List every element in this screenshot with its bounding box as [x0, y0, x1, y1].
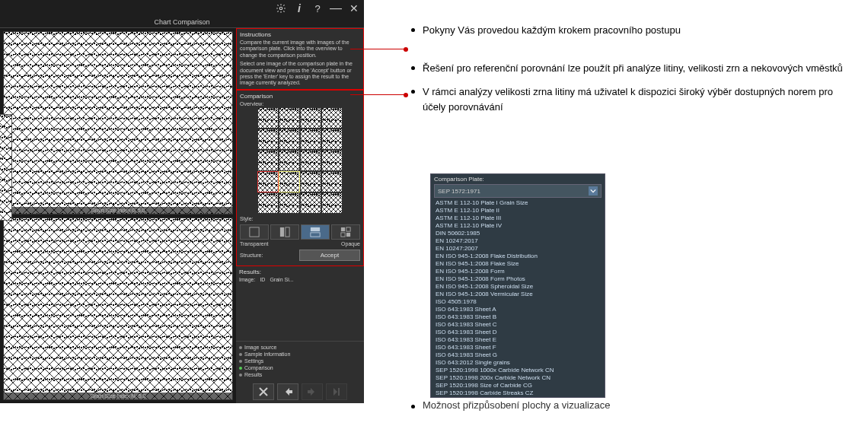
annotations: Pokyny Vás provedou každým krokem pracov…	[411, 23, 853, 123]
image-caption-1: Grain Size Index G 5.0	[4, 207, 232, 214]
forward-button[interactable]	[302, 383, 323, 400]
dropdown-item[interactable]: EN ISO 945-1:2008 Flake Size	[434, 260, 602, 268]
nav-results[interactable]: Results	[239, 371, 361, 378]
annotation-2: Řešení pro referenční porovnání lze použ…	[411, 61, 853, 76]
chevron-down-icon[interactable]	[589, 186, 598, 196]
plate-cell[interactable]	[258, 129, 278, 149]
svg-rect-3	[286, 227, 289, 237]
instructions-section: Instructions Compare the current image w…	[236, 28, 364, 90]
dropdown-item[interactable]: ASTM E 112-10 Plate III	[434, 215, 602, 222]
annotation-4: Možnost přizpůsobení plochy a vizualizac…	[411, 399, 853, 411]
plate-cell[interactable]	[322, 151, 342, 170]
dropdown-item[interactable]: ISO 643:2012 Single grains	[434, 359, 602, 367]
dropdown-item[interactable]: ASTM E 112-10 Plate I Grain Size	[434, 199, 602, 207]
dropdown-item[interactable]: ISO 643:1983 Sheet E	[434, 336, 602, 344]
app-body: Grain Size Index G 5.0 Grain Size Index …	[0, 28, 364, 403]
comparison-plate-grid[interactable]	[258, 108, 342, 213]
plate-cell[interactable]	[301, 172, 321, 192]
comparison-section: Comparison Overview:	[236, 90, 364, 266]
style-btn-3[interactable]	[301, 224, 330, 240]
image-caption-2: Grain Size Index Nr 5.0	[4, 393, 232, 399]
dropdown-item[interactable]: EN ISO 945-1:2008 Spheroidal Size	[434, 283, 602, 291]
svg-point-0	[279, 7, 282, 10]
plate-cell[interactable]	[279, 108, 299, 128]
help-icon[interactable]: ?	[312, 3, 323, 14]
plate-cell[interactable]	[322, 108, 342, 128]
nav-settings[interactable]: Settings	[239, 358, 361, 364]
info-icon[interactable]: i	[294, 3, 305, 14]
opacity-slider-row[interactable]: Transparent Opaque	[240, 241, 360, 246]
plate-cell-selected[interactable]	[258, 172, 278, 192]
dropdown-header: Comparison Plate:	[431, 174, 605, 184]
dropdown-item[interactable]: EN ISO 945-1:2008 Form Photos	[434, 275, 602, 283]
dropdown-selected[interactable]: SEP 1572:1971	[434, 184, 602, 198]
plate-cell[interactable]	[279, 129, 299, 149]
plate-cell[interactable]	[279, 193, 299, 213]
svg-rect-9	[346, 233, 350, 237]
style-btn-2[interactable]	[270, 224, 299, 240]
image-viewer: Grain Size Index G 5.0 Grain Size Index …	[0, 28, 236, 403]
dropdown-item[interactable]: ISO 643:1983 Sheet C	[434, 321, 602, 329]
forward-end-button[interactable]	[326, 383, 347, 400]
plate-cell[interactable]	[258, 151, 278, 170]
dropdown-item[interactable]: EN ISO 945-1:2008 Flake Distribution	[434, 253, 602, 260]
close-icon[interactable]: ✕	[349, 3, 359, 14]
dropdown-item[interactable]: ASTM E 112-10 Plate IV	[434, 222, 602, 230]
comparison-plate-dropdown: Comparison Plate: SEP 1572:1971 ASTM E 1…	[430, 173, 605, 398]
dropdown-selected-value: SEP 1572:1971	[438, 188, 480, 195]
dropdown-item[interactable]: ISO 643:1983 Sheet F	[434, 344, 602, 351]
leader-2	[350, 94, 405, 95]
plate-cell[interactable]	[301, 193, 321, 213]
titlebar: i ? — ✕	[0, 0, 364, 17]
dropdown-item[interactable]: SEP 1520:1998 Carbide Streaks CZ	[434, 389, 602, 397]
style-btn-4[interactable]	[331, 224, 360, 240]
minimize-icon[interactable]: —	[330, 3, 341, 14]
plate-cell[interactable]	[279, 151, 299, 170]
dropdown-item[interactable]: ISO 643:1983 Sheet D	[434, 329, 602, 336]
dropdown-item[interactable]: EN ISO 945-1:2008 Vermicular Size	[434, 291, 602, 298]
cancel-button[interactable]	[253, 383, 274, 400]
image-frame-2[interactable]: Grain Size Index Nr 5.0	[3, 218, 233, 401]
svg-rect-2	[280, 227, 284, 237]
dropdown-item[interactable]: EN 10247:2007	[434, 245, 602, 253]
back-button[interactable]	[277, 383, 298, 400]
results-id-label: ID	[260, 277, 265, 282]
dropdown-item[interactable]: SEP 1520:1998 Size of Carbide CG	[434, 382, 602, 389]
dropdown-item[interactable]: EN 10247:2017	[434, 237, 602, 245]
dropdown-item[interactable]: EN ISO 945-1:2008 Form	[434, 268, 602, 275]
plate-cell[interactable]	[322, 193, 342, 213]
nav-image-source[interactable]: Image source	[239, 344, 361, 351]
accept-button[interactable]: Accept	[299, 250, 360, 261]
nav-comparison[interactable]: Comparison	[239, 364, 361, 371]
plate-cell[interactable]	[322, 129, 342, 149]
plate-cell[interactable]	[301, 108, 321, 128]
dropdown-item[interactable]: SEP 1520:1998 1000x Carbide Network CN	[434, 367, 602, 374]
style-btn-1[interactable]	[240, 224, 269, 240]
dropdown-item[interactable]: SEP 1520:1998 200x Carbide Network CN	[434, 374, 602, 382]
plate-cell[interactable]	[258, 108, 278, 128]
gear-icon[interactable]	[276, 3, 286, 14]
instructions-text-2: Select one image of the comparison plate…	[240, 61, 360, 87]
nav-sample-info[interactable]: Sample information	[239, 351, 361, 358]
nav-section: Image source Sample information Settings…	[236, 341, 364, 380]
structure-label: Structure:	[240, 250, 296, 261]
svg-rect-7	[346, 227, 350, 231]
dropdown-item[interactable]: DIN 50602:1985	[434, 230, 602, 237]
plate-cell-highlight[interactable]	[279, 172, 299, 192]
dropdown-item[interactable]: ISO 643:1983 Sheet B	[434, 313, 602, 321]
plate-cell[interactable]	[322, 172, 342, 192]
plate-cell[interactable]	[301, 129, 321, 149]
dropdown-item[interactable]: ASTM E 112-10 Plate II	[434, 207, 602, 215]
svg-rect-5	[311, 233, 320, 237]
dropdown-list[interactable]: ASTM E 112-10 Plate I Grain SizeASTM E 1…	[431, 199, 605, 397]
plate-cell[interactable]	[301, 151, 321, 170]
image-frame-1[interactable]: Grain Size Index G 5.0	[3, 31, 233, 215]
app-main: i ? — ✕ Chart Comparison Grain Size Inde…	[0, 0, 364, 403]
dropdown-item[interactable]: ISO 4505:1978	[434, 298, 602, 306]
annotation-1: Pokyny Vás provedou každým krokem pracov…	[411, 23, 853, 38]
leader-1	[350, 49, 405, 49]
dropdown-item[interactable]: ISO 643:1983 Sheet A	[434, 306, 602, 313]
style-label: Style:	[240, 216, 360, 221]
dropdown-item[interactable]: ISO 643:1983 Sheet G	[434, 351, 602, 359]
plate-cell[interactable]	[258, 193, 278, 213]
